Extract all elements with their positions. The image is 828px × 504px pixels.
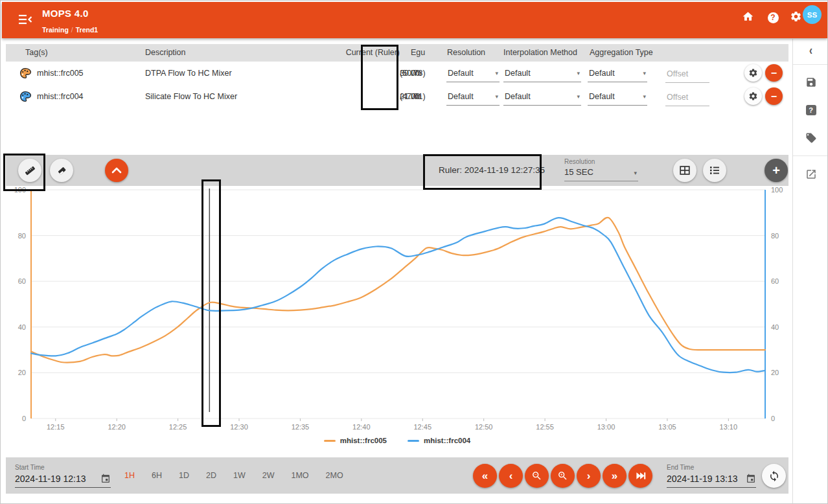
menu-open-icon	[18, 14, 32, 25]
eraser-tool-button[interactable]	[50, 159, 73, 182]
divider	[793, 64, 828, 65]
help-icon: ?	[768, 12, 779, 23]
range-1h[interactable]: 1H	[124, 471, 135, 480]
open-in-new-button[interactable]	[793, 168, 828, 180]
resolution-label: Resolution	[564, 158, 638, 165]
palette-icon[interactable]	[19, 67, 31, 82]
help-panel-button[interactable]: ?	[793, 105, 828, 115]
col-header-tags: Tag(s)	[25, 44, 48, 62]
start-time-field[interactable]: 2024-11-19 12:13	[15, 474, 111, 488]
start-time-label: Start Time	[15, 464, 45, 471]
add-tag-button[interactable]: +	[765, 159, 788, 182]
legend-item-frc004[interactable]: mhist::frc004	[408, 437, 470, 444]
time-range-buttons: 1H 6H 1D 2D 1W 2W 1MO 2MO	[124, 457, 343, 494]
svg-text:20: 20	[18, 369, 26, 376]
svg-text:12:50: 12:50	[475, 423, 493, 431]
avatar[interactable]: SS	[803, 5, 822, 24]
tag-description: Silicate Flow To HC Mixer	[145, 85, 237, 108]
chevron-down-icon: ▾	[495, 88, 498, 105]
skip-to-now-button[interactable]	[628, 464, 652, 488]
interpolation-select[interactable]: Default▾	[503, 88, 581, 106]
chevron-down-icon: ▾	[643, 65, 646, 82]
sync-icon	[768, 470, 780, 482]
svg-text:12:35: 12:35	[292, 423, 310, 431]
zoom-in-button[interactable]	[551, 464, 575, 488]
zoom-out-button[interactable]	[525, 464, 549, 488]
table-grid-icon	[680, 165, 690, 176]
range-2d[interactable]: 2D	[206, 471, 216, 480]
sidebar-collapse-button[interactable]: ‹	[793, 44, 828, 55]
save-trend-button[interactable]	[793, 76, 828, 88]
resolution-select[interactable]: Default▾	[446, 65, 500, 82]
list-icon	[709, 166, 720, 175]
fast-rewind-icon: «	[482, 470, 488, 483]
svg-text:12:40: 12:40	[352, 423, 371, 431]
calendar-icon[interactable]	[746, 474, 756, 484]
tags-panel-button[interactable]	[793, 132, 828, 144]
palette-icon[interactable]	[19, 91, 31, 106]
chevron-down-icon: ▾	[643, 88, 646, 105]
end-time-field[interactable]: 2024-11-19 13:13	[667, 474, 756, 488]
step-back-button[interactable]: ‹	[499, 464, 523, 488]
svg-text:12:55: 12:55	[536, 423, 554, 431]
egu-value: l/m	[411, 62, 422, 85]
event-list-button[interactable]	[703, 159, 726, 182]
tag-name: mhist::frc005	[37, 62, 84, 85]
zoom-in-icon	[557, 470, 568, 481]
svg-text:100: 100	[14, 186, 26, 194]
table-row-frc005: mhist::frc005 DTPA Flow To HC Mixer 30.0…	[6, 62, 788, 85]
fast-rewind-button[interactable]: «	[473, 464, 497, 488]
chevron-left-icon: ‹	[509, 470, 513, 483]
svg-text:13:00: 13:00	[597, 423, 615, 431]
tag-settings-button[interactable]	[744, 64, 762, 82]
range-6h[interactable]: 6H	[152, 471, 162, 480]
breadcrumb-parent[interactable]: Training	[42, 26, 69, 34]
settings-button[interactable]	[788, 9, 803, 23]
resolution-select[interactable]: Default▾	[446, 88, 500, 106]
svg-text:80: 80	[18, 232, 26, 240]
gear-icon	[790, 10, 802, 23]
aggregation-select[interactable]: Default▾	[588, 88, 647, 106]
offset-input[interactable]	[665, 88, 709, 106]
ruler-timestamp-readout: Ruler: 2024-11-19 12:27:35	[439, 155, 545, 186]
range-1mo[interactable]: 1MO	[291, 471, 308, 480]
divider	[793, 155, 828, 156]
svg-text:13:10: 13:10	[720, 423, 738, 431]
svg-text:0: 0	[771, 415, 775, 422]
svg-text:100: 100	[771, 186, 783, 194]
svg-text:40: 40	[771, 323, 779, 331]
fast-forward-button[interactable]: »	[603, 464, 627, 488]
chart-resolution-select[interactable]: Resolution 15 SEC ▾	[564, 158, 638, 181]
series-color-swatch	[408, 440, 419, 442]
breadcrumb: Training/Trend1	[42, 26, 98, 34]
collapse-table-button[interactable]	[105, 159, 128, 182]
help-button[interactable]: ?	[766, 10, 780, 25]
data-table-view-button[interactable]	[673, 159, 696, 182]
ruler-tool-button[interactable]	[18, 159, 41, 182]
aggregation-select[interactable]: Default▾	[588, 65, 647, 82]
range-1w[interactable]: 1W	[233, 471, 246, 480]
refresh-button[interactable]	[762, 464, 786, 488]
series-color-swatch	[324, 440, 336, 442]
col-header-interpolation: Interpolation Method	[503, 44, 577, 62]
remove-tag-button[interactable]: −	[765, 64, 783, 82]
interpolation-select[interactable]: Default▾	[503, 65, 581, 82]
calendar-icon[interactable]	[100, 474, 111, 484]
egu-value: l/m	[411, 85, 422, 108]
legend-item-frc005[interactable]: mhist::frc005	[324, 437, 387, 444]
range-1d[interactable]: 1D	[179, 471, 189, 480]
trend-chart[interactable]: 00202040406060808010010012:1512:2012:251…	[6, 186, 788, 432]
offset-input[interactable]	[665, 65, 709, 83]
svg-text:12:20: 12:20	[108, 423, 126, 431]
breadcrumb-separator: /	[69, 26, 76, 34]
menu-open-icon[interactable]	[16, 10, 34, 29]
svg-text:13:05: 13:05	[658, 423, 676, 431]
tag-settings-button[interactable]	[744, 87, 762, 105]
range-2mo[interactable]: 2MO	[326, 471, 343, 480]
remove-tag-button[interactable]: −	[765, 87, 783, 105]
tag-label-icon	[805, 132, 817, 144]
home-button[interactable]	[741, 9, 755, 23]
step-forward-button[interactable]: ›	[577, 464, 601, 488]
range-2w[interactable]: 2W	[262, 471, 275, 480]
svg-text:12:15: 12:15	[47, 423, 65, 431]
